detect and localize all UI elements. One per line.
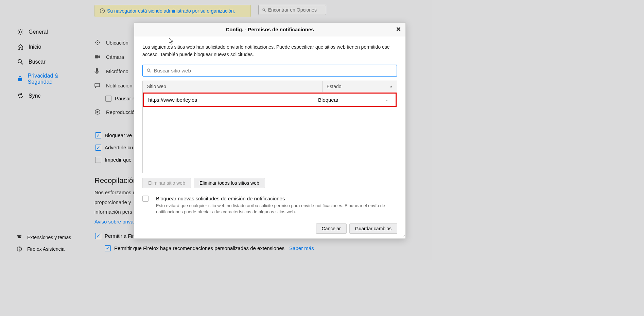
- svg-point-11: [147, 69, 150, 72]
- save-changes-button[interactable]: Guardar cambios: [349, 223, 397, 234]
- modal-title-bar: Config. - Permisos de notificaciones ✕: [134, 23, 405, 36]
- state-dropdown[interactable]: Bloquear ⌄: [318, 97, 393, 103]
- site-url: https://www.iberley.es: [147, 96, 318, 103]
- highlighted-row-annotation: https://www.iberley.es Bloquear ⌄: [143, 93, 397, 107]
- search-icon: [146, 68, 151, 73]
- table-header: Sitio web Estado ▲: [143, 81, 397, 92]
- col-header-state[interactable]: Estado ▲: [322, 81, 397, 92]
- block-new-requests-checkbox[interactable]: [142, 196, 149, 202]
- notifications-permissions-dialog: Config. - Permisos de notificaciones ✕ L…: [134, 22, 406, 239]
- block-new-description: Esto evitará que cualquier sitio web no …: [156, 203, 397, 215]
- chevron-down-icon: ⌄: [385, 98, 388, 102]
- close-button[interactable]: ✕: [395, 26, 402, 33]
- modal-title: Config. - Permisos de notificaciones: [226, 27, 314, 32]
- sites-table: Sitio web Estado ▲ https://www.iberley.e…: [142, 81, 397, 173]
- website-search-box[interactable]: [142, 65, 397, 77]
- col-header-site[interactable]: Sitio web: [143, 81, 322, 92]
- website-search-input[interactable]: [154, 68, 393, 73]
- sort-ascending-icon: ▲: [389, 84, 393, 88]
- cursor-icon: [169, 38, 174, 45]
- close-icon: ✕: [396, 26, 401, 33]
- site-row[interactable]: https://www.iberley.es Bloquear ⌄: [144, 94, 396, 106]
- resize-grip-icon[interactable]: ⋰: [401, 236, 405, 238]
- block-new-label: Bloquear nuevas solicitudes de emisión d…: [156, 196, 397, 201]
- remove-site-button[interactable]: Eliminar sitio web: [142, 178, 191, 188]
- cancel-button[interactable]: Cancelar: [316, 223, 347, 234]
- remove-all-sites-button[interactable]: Eliminar todos los sitios web: [194, 178, 265, 188]
- modal-description: Los siguientes sitios web han solicitado…: [142, 43, 397, 59]
